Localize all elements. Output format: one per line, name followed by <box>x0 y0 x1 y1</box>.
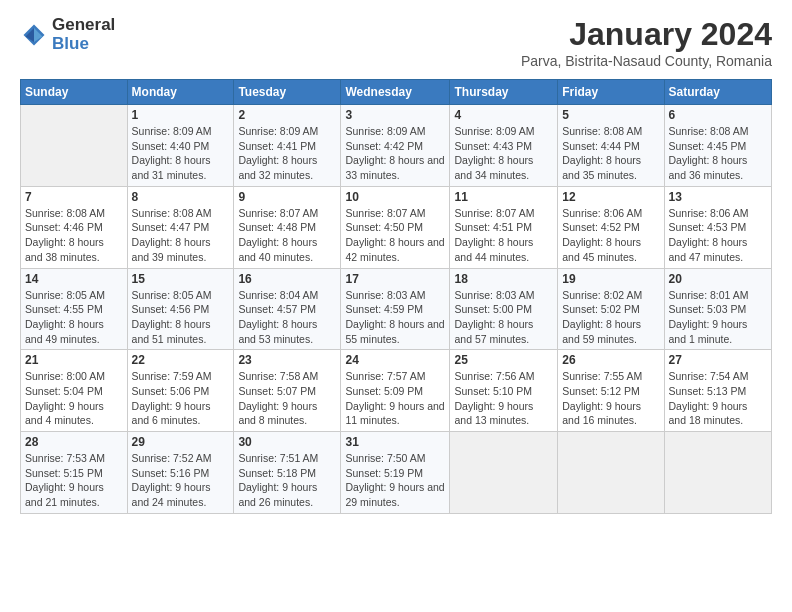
sunset: Sunset: 4:42 PM <box>345 140 423 152</box>
sunset: Sunset: 5:16 PM <box>132 467 210 479</box>
calendar-cell: 24 Sunrise: 7:57 AM Sunset: 5:09 PM Dayl… <box>341 350 450 432</box>
day-number: 15 <box>132 272 230 286</box>
sunrise: Sunrise: 7:55 AM <box>562 370 642 382</box>
daylight: Daylight: 8 hours and 42 minutes. <box>345 236 444 263</box>
sunrise: Sunrise: 7:51 AM <box>238 452 318 464</box>
calendar-cell: 10 Sunrise: 8:07 AM Sunset: 4:50 PM Dayl… <box>341 186 450 268</box>
day-number: 27 <box>669 353 767 367</box>
calendar-cell: 16 Sunrise: 8:04 AM Sunset: 4:57 PM Dayl… <box>234 268 341 350</box>
daylight: Daylight: 8 hours and 51 minutes. <box>132 318 211 345</box>
sunset: Sunset: 5:12 PM <box>562 385 640 397</box>
day-number: 21 <box>25 353 123 367</box>
day-number: 9 <box>238 190 336 204</box>
day-number: 3 <box>345 108 445 122</box>
daylight: Daylight: 8 hours and 55 minutes. <box>345 318 444 345</box>
weekday-saturday: Saturday <box>664 80 771 105</box>
day-number: 13 <box>669 190 767 204</box>
sunrise: Sunrise: 8:03 AM <box>454 289 534 301</box>
day-info: Sunrise: 8:08 AM Sunset: 4:45 PM Dayligh… <box>669 124 767 183</box>
sunset: Sunset: 5:15 PM <box>25 467 103 479</box>
calendar-week-3: 14 Sunrise: 8:05 AM Sunset: 4:55 PM Dayl… <box>21 268 772 350</box>
sunset: Sunset: 5:09 PM <box>345 385 423 397</box>
day-info: Sunrise: 8:09 AM Sunset: 4:42 PM Dayligh… <box>345 124 445 183</box>
day-info: Sunrise: 8:08 AM Sunset: 4:47 PM Dayligh… <box>132 206 230 265</box>
day-number: 20 <box>669 272 767 286</box>
day-info: Sunrise: 8:00 AM Sunset: 5:04 PM Dayligh… <box>25 369 123 428</box>
sunrise: Sunrise: 8:04 AM <box>238 289 318 301</box>
sunrise: Sunrise: 8:03 AM <box>345 289 425 301</box>
sunrise: Sunrise: 8:08 AM <box>562 125 642 137</box>
day-info: Sunrise: 8:03 AM Sunset: 5:00 PM Dayligh… <box>454 288 553 347</box>
sunset: Sunset: 5:18 PM <box>238 467 316 479</box>
sunrise: Sunrise: 8:07 AM <box>345 207 425 219</box>
calendar-table: SundayMondayTuesdayWednesdayThursdayFrid… <box>20 79 772 514</box>
calendar-cell: 20 Sunrise: 8:01 AM Sunset: 5:03 PM Dayl… <box>664 268 771 350</box>
daylight: Daylight: 8 hours and 47 minutes. <box>669 236 748 263</box>
sunrise: Sunrise: 8:09 AM <box>345 125 425 137</box>
day-number: 19 <box>562 272 659 286</box>
daylight: Daylight: 9 hours and 18 minutes. <box>669 400 748 427</box>
calendar-cell: 4 Sunrise: 8:09 AM Sunset: 4:43 PM Dayli… <box>450 105 558 187</box>
sunrise: Sunrise: 8:07 AM <box>454 207 534 219</box>
daylight: Daylight: 9 hours and 13 minutes. <box>454 400 533 427</box>
sunrise: Sunrise: 8:00 AM <box>25 370 105 382</box>
logo: General Blue <box>20 16 115 53</box>
day-number: 2 <box>238 108 336 122</box>
daylight: Daylight: 9 hours and 4 minutes. <box>25 400 104 427</box>
day-number: 6 <box>669 108 767 122</box>
sunset: Sunset: 4:45 PM <box>669 140 747 152</box>
day-number: 1 <box>132 108 230 122</box>
day-number: 14 <box>25 272 123 286</box>
daylight: Daylight: 8 hours and 45 minutes. <box>562 236 641 263</box>
day-info: Sunrise: 8:06 AM Sunset: 4:53 PM Dayligh… <box>669 206 767 265</box>
calendar-cell: 18 Sunrise: 8:03 AM Sunset: 5:00 PM Dayl… <box>450 268 558 350</box>
daylight: Daylight: 8 hours and 44 minutes. <box>454 236 533 263</box>
calendar-cell: 27 Sunrise: 7:54 AM Sunset: 5:13 PM Dayl… <box>664 350 771 432</box>
sunset: Sunset: 5:19 PM <box>345 467 423 479</box>
day-info: Sunrise: 8:08 AM Sunset: 4:46 PM Dayligh… <box>25 206 123 265</box>
calendar-cell: 25 Sunrise: 7:56 AM Sunset: 5:10 PM Dayl… <box>450 350 558 432</box>
sunrise: Sunrise: 8:07 AM <box>238 207 318 219</box>
calendar-cell: 7 Sunrise: 8:08 AM Sunset: 4:46 PM Dayli… <box>21 186 128 268</box>
daylight: Daylight: 8 hours and 38 minutes. <box>25 236 104 263</box>
sunset: Sunset: 4:48 PM <box>238 221 316 233</box>
sunrise: Sunrise: 7:54 AM <box>669 370 749 382</box>
calendar-cell: 22 Sunrise: 7:59 AM Sunset: 5:06 PM Dayl… <box>127 350 234 432</box>
daylight: Daylight: 8 hours and 35 minutes. <box>562 154 641 181</box>
daylight: Daylight: 8 hours and 57 minutes. <box>454 318 533 345</box>
day-number: 10 <box>345 190 445 204</box>
sunrise: Sunrise: 8:09 AM <box>454 125 534 137</box>
calendar-cell: 29 Sunrise: 7:52 AM Sunset: 5:16 PM Dayl… <box>127 432 234 514</box>
day-info: Sunrise: 8:09 AM Sunset: 4:40 PM Dayligh… <box>132 124 230 183</box>
logo-text: General Blue <box>52 16 115 53</box>
day-number: 24 <box>345 353 445 367</box>
day-info: Sunrise: 8:01 AM Sunset: 5:03 PM Dayligh… <box>669 288 767 347</box>
day-info: Sunrise: 7:54 AM Sunset: 5:13 PM Dayligh… <box>669 369 767 428</box>
day-number: 22 <box>132 353 230 367</box>
day-info: Sunrise: 7:55 AM Sunset: 5:12 PM Dayligh… <box>562 369 659 428</box>
daylight: Daylight: 8 hours and 36 minutes. <box>669 154 748 181</box>
day-number: 29 <box>132 435 230 449</box>
calendar-title: January 2024 <box>521 16 772 53</box>
sunrise: Sunrise: 8:08 AM <box>669 125 749 137</box>
day-info: Sunrise: 7:50 AM Sunset: 5:19 PM Dayligh… <box>345 451 445 510</box>
calendar-cell: 13 Sunrise: 8:06 AM Sunset: 4:53 PM Dayl… <box>664 186 771 268</box>
calendar-container: General Blue January 2024 Parva, Bistrit… <box>0 0 792 524</box>
day-number: 18 <box>454 272 553 286</box>
day-number: 23 <box>238 353 336 367</box>
calendar-cell <box>664 432 771 514</box>
calendar-cell: 11 Sunrise: 8:07 AM Sunset: 4:51 PM Dayl… <box>450 186 558 268</box>
day-info: Sunrise: 8:07 AM Sunset: 4:51 PM Dayligh… <box>454 206 553 265</box>
sunset: Sunset: 5:02 PM <box>562 303 640 315</box>
calendar-cell: 3 Sunrise: 8:09 AM Sunset: 4:42 PM Dayli… <box>341 105 450 187</box>
sunrise: Sunrise: 7:56 AM <box>454 370 534 382</box>
calendar-cell: 31 Sunrise: 7:50 AM Sunset: 5:19 PM Dayl… <box>341 432 450 514</box>
day-number: 31 <box>345 435 445 449</box>
daylight: Daylight: 8 hours and 31 minutes. <box>132 154 211 181</box>
day-info: Sunrise: 7:51 AM Sunset: 5:18 PM Dayligh… <box>238 451 336 510</box>
sunrise: Sunrise: 7:58 AM <box>238 370 318 382</box>
daylight: Daylight: 8 hours and 53 minutes. <box>238 318 317 345</box>
day-info: Sunrise: 8:09 AM Sunset: 4:41 PM Dayligh… <box>238 124 336 183</box>
day-number: 11 <box>454 190 553 204</box>
sunset: Sunset: 5:10 PM <box>454 385 532 397</box>
